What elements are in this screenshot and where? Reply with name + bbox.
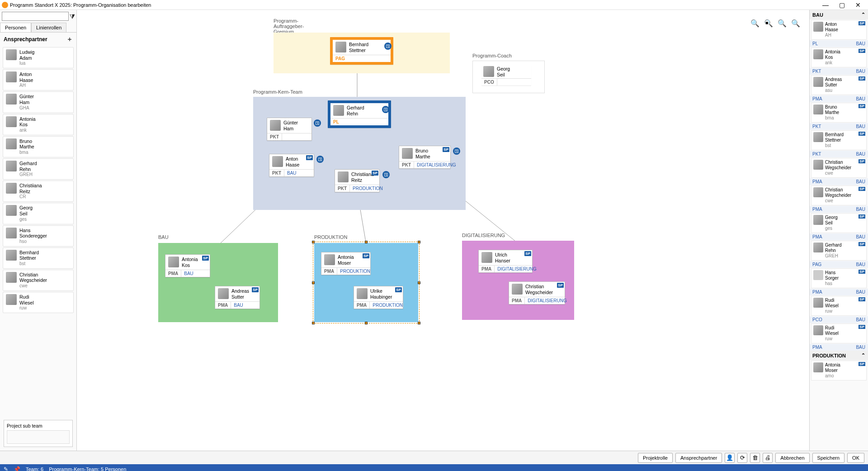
connectors [77, 10, 809, 451]
avatar [813, 362, 823, 372]
key-icon[interactable]: ⚿ [382, 106, 389, 113]
card-rehn[interactable]: GerhardRehn PL ⚿ [328, 100, 391, 128]
right-sidebar: BAU⌃ Anton Haase AH SPPLBAU Antonia Kos … [809, 10, 868, 451]
sp-badge: SP [859, 297, 865, 301]
avatar [813, 215, 823, 225]
sp-badge: SP [859, 132, 865, 136]
group-header[interactable]: PRODUKTION⌃ [810, 351, 868, 360]
sp-badge: SP [859, 214, 865, 219]
chevron-up-icon[interactable]: ⌃ [861, 12, 865, 18]
card-hanser[interactable]: UlrichHanser PMADIGITALISIERUNG SP [478, 250, 533, 273]
cancel-button[interactable]: Abbrechen [775, 453, 809, 463]
key-icon[interactable]: ⚿ [382, 171, 390, 178]
person-item[interactable]: Gerhard Rehn GREH [3, 158, 74, 180]
right-person-item[interactable]: Andreas Sutter asu SP [811, 75, 867, 95]
person-item[interactable]: Georg Seil ges [3, 203, 74, 224]
person-item[interactable]: Ludwig Adam lua [3, 47, 74, 68]
projektrolle-button[interactable]: Projektrolle [638, 453, 673, 463]
save-button[interactable]: Speichern [812, 453, 845, 463]
tab-linienrollen[interactable]: Linienrollen [31, 23, 66, 32]
ansprechpartner-button[interactable]: Ansprechpartner [675, 453, 722, 463]
edit-icon[interactable]: ✎ [4, 466, 8, 471]
sp-badge: SP [395, 287, 402, 292]
avatar [6, 49, 17, 60]
person-item[interactable]: Antonia Kos ank [3, 114, 74, 135]
search-input[interactable] [2, 12, 69, 21]
card-seil[interactable]: GeorgSeil PCO [481, 65, 531, 86]
person-item[interactable]: Christian Wegscheider cwe [3, 270, 74, 291]
zoom-in-icon[interactable]: 🔍 [778, 19, 787, 28]
right-person-item[interactable]: Christian Wegscheider cwe SP [811, 158, 867, 178]
filter-icon[interactable]: ⧩ [70, 12, 75, 21]
add-person-icon[interactable]: ＋ [66, 35, 73, 43]
person-item[interactable]: Christiiana Reitz CR [3, 181, 74, 202]
card-wegscheider[interactable]: ChristianWegscheider PMADIGITALISIERUNG … [509, 281, 565, 304]
subteam-box: Project sub team [4, 420, 73, 447]
right-person-item[interactable]: Georg Seil ges SP [811, 213, 867, 233]
role-row: PMABAU [810, 206, 868, 213]
person-item[interactable]: Rudi Wiesel ruw [3, 292, 74, 313]
key-icon[interactable]: ⚿ [453, 147, 460, 155]
group-header[interactable]: BAU⌃ [810, 10, 868, 19]
card-stettner[interactable]: BernhardStettner PAG ⚿ [330, 37, 393, 65]
key-icon[interactable]: ⚿ [384, 43, 392, 50]
sp-badge: SP [859, 159, 865, 163]
right-person-item[interactable]: Gerhard Rehn GREH SP [811, 241, 867, 261]
card-sutter[interactable]: AndreasSutter PMABAU SP [215, 286, 260, 309]
key-icon[interactable]: ⚿ [316, 156, 324, 163]
minimize-button[interactable]: — [817, 0, 834, 10]
ok-button[interactable]: OK [847, 453, 864, 463]
card-ham[interactable]: GünterHam PKT [267, 118, 312, 141]
avatar [512, 284, 523, 295]
sidebar-tabs: Personen Linienrollen [0, 23, 76, 33]
right-person-item[interactable]: Christian Wegscheider cwe SP [811, 186, 867, 205]
right-person-item[interactable]: Rudi Wiesel ruw SP [811, 324, 867, 343]
sp-badge: SP [859, 104, 865, 108]
right-person-item[interactable]: Bruno Marthe bma SP [811, 103, 867, 123]
card-kos[interactable]: AntoniaKos PMABAU SP [165, 254, 210, 277]
right-person-item[interactable]: Bernhard Stettner bst SP [811, 130, 867, 150]
close-button[interactable]: ✕ [850, 0, 866, 10]
pin-icon[interactable]: 📌 [14, 466, 20, 471]
person-item[interactable]: Bruno Marthe bma [3, 136, 74, 157]
right-person-item[interactable]: Hans Sorger has SP [811, 268, 867, 288]
subteam-dropzone[interactable] [7, 430, 70, 444]
card-haase[interactable]: AntonHaase PKTBAU SP [269, 154, 314, 177]
right-person-item[interactable]: Antonia Kos ank SP [811, 48, 867, 67]
right-person-item[interactable]: Rudi Wiesel ruw SP [811, 296, 867, 316]
org-canvas[interactable]: 🔍 🔍◼ 🔍 🔍 Programm-Auftraggeber-Gremium B… [77, 10, 809, 451]
avatar [813, 132, 823, 142]
person-item[interactable]: Bernhard Stettner bst [3, 247, 74, 269]
avatar [272, 156, 283, 167]
app-icon [2, 2, 8, 8]
avatar [6, 94, 17, 105]
sp-badge: SP [557, 283, 564, 288]
zoom-fit-icon[interactable]: 🔍◼ [764, 19, 773, 28]
refresh-icon[interactable]: ⟳ [737, 453, 747, 463]
zoom-out-icon[interactable]: 🔍 [791, 19, 800, 28]
avatar [813, 160, 823, 170]
right-person-item[interactable]: Anton Haase AH SP [811, 20, 867, 40]
person-item[interactable]: Hans Sonderegger hso [3, 225, 74, 247]
card-moser[interactable]: AntoniaMoser PMAPRODUKTION SP [321, 252, 371, 275]
print-icon[interactable]: 🖨 [763, 453, 773, 463]
delete-icon[interactable]: 🗑 [750, 453, 760, 463]
right-person-item[interactable]: Antonia Moser amo SP [811, 361, 867, 381]
sp-badge: SP [859, 270, 865, 274]
search-icon[interactable]: 🔍 [750, 19, 760, 28]
add-user-icon[interactable]: 👤 [725, 453, 735, 463]
card-marthe[interactable]: BrunoMarthe PKTDIGITALISIERUNG SP [399, 146, 451, 169]
chevron-up-icon[interactable]: ⌃ [861, 352, 865, 358]
avatar [813, 325, 823, 335]
role-row: PKTBAU [810, 123, 868, 130]
tab-personen[interactable]: Personen [0, 23, 31, 32]
role-row: PLBAU [810, 40, 868, 47]
avatar [813, 77, 823, 87]
person-item[interactable]: Günter Ham GHA [3, 91, 74, 113]
card-reitz[interactable]: ChristiianaReitz PKTPRODUKTION SP [335, 169, 380, 192]
card-haubinger[interactable]: UlrikeHaubinger PMAPRODUKTION SP [354, 286, 403, 309]
person-item[interactable]: Anton Haase AH [3, 69, 74, 90]
key-icon[interactable]: ⚿ [314, 119, 321, 127]
role-row: PKTBAU [810, 151, 868, 157]
maximize-button[interactable]: ▢ [834, 0, 850, 10]
